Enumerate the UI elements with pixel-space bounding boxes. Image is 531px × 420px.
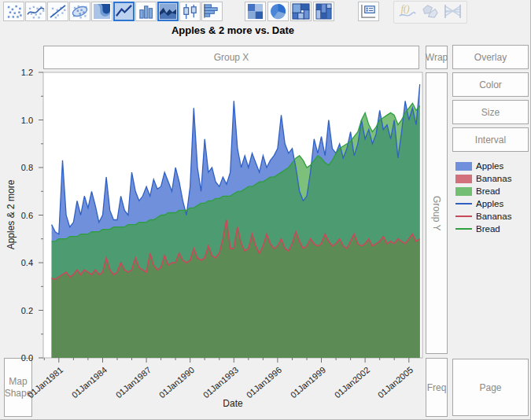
drop-zone-group-y[interactable]: Group Y bbox=[426, 72, 448, 354]
caption-box-icon bbox=[360, 3, 378, 20]
legend-line-swatch bbox=[455, 216, 472, 217]
smoother-icon bbox=[27, 3, 45, 20]
x-tick-label: 01Jan1999 bbox=[289, 365, 327, 400]
legend-label: Bananas bbox=[476, 212, 511, 221]
tool-caption-box-button[interactable] bbox=[358, 2, 379, 21]
area-chart-icon bbox=[159, 3, 177, 20]
parallel-plot-icon bbox=[444, 3, 462, 20]
x-tick-label: 01Jan2005 bbox=[376, 365, 415, 400]
line-chart-icon bbox=[115, 3, 133, 20]
drop-zone-color[interactable]: Color bbox=[452, 72, 529, 97]
tool-area-chart-button[interactable] bbox=[157, 2, 179, 21]
legend-item-bread-line[interactable]: Bread bbox=[455, 223, 511, 235]
element-type-toolbar: f() bbox=[0, 0, 531, 24]
drop-zone-group-x-label: Group X bbox=[214, 52, 249, 63]
drop-zone-overlay[interactable]: Overlay bbox=[452, 45, 529, 69]
x-tick-label: 01Jan1993 bbox=[201, 365, 240, 400]
line-of-fit-icon bbox=[49, 3, 67, 20]
tool-contour-button[interactable] bbox=[91, 2, 112, 21]
drop-zone-freq-label: Freq bbox=[427, 382, 447, 393]
graph-title: Apples & 2 more vs. Date bbox=[43, 24, 422, 36]
drop-zone-map-shape[interactable]: Map Shape bbox=[4, 358, 32, 417]
legend-label: Bananas bbox=[476, 174, 511, 183]
legend-fill-swatch bbox=[455, 175, 472, 183]
treemap-icon bbox=[292, 3, 310, 20]
x-tick-label: 01Jan1996 bbox=[245, 365, 283, 400]
y-tick-label: 0.2 bbox=[21, 306, 33, 315]
y-axis-title: Apples & 2 more bbox=[6, 180, 17, 250]
legend-item-apples-fill[interactable]: Apples bbox=[455, 160, 511, 172]
drop-zone-size-label: Size bbox=[481, 107, 500, 118]
drop-zone-color-label: Color bbox=[479, 79, 502, 90]
tool-treemap-button[interactable] bbox=[290, 2, 312, 21]
tool-line-of-fit-button[interactable] bbox=[47, 2, 68, 21]
x-tick-label: 01Jan1987 bbox=[113, 365, 152, 400]
legend-label: Apples bbox=[476, 161, 503, 171]
tool-pie-chart-button[interactable] bbox=[267, 2, 289, 21]
bar-chart-icon bbox=[137, 3, 155, 20]
tool-bar-chart-button[interactable] bbox=[135, 2, 157, 21]
x-tick-label: 01Jan2002 bbox=[332, 365, 371, 400]
tool-formula-button: f() bbox=[396, 2, 418, 21]
y-tick-label: 0.8 bbox=[21, 163, 33, 172]
tool-ellipse-button[interactable] bbox=[69, 2, 90, 21]
drop-zone-group-y-label: Group Y bbox=[431, 196, 442, 230]
plot-area[interactable] bbox=[35, 71, 426, 367]
heatmap-icon bbox=[246, 3, 264, 20]
tool-parallel-plot-button bbox=[442, 2, 463, 21]
legend-item-bananas-line[interactable]: Bananas bbox=[455, 210, 511, 223]
svg-text:f(): f() bbox=[401, 4, 410, 14]
mosaic-icon bbox=[315, 3, 333, 20]
y-tick-label: 0.4 bbox=[21, 258, 33, 267]
legend-line-swatch bbox=[455, 228, 472, 230]
contour-icon bbox=[93, 3, 111, 20]
legend-label: Apples bbox=[476, 199, 503, 208]
drop-zone-interval[interactable]: Interval bbox=[452, 127, 529, 152]
legend-label: Bread bbox=[476, 186, 500, 196]
legend-item-bread-fill[interactable]: Bread bbox=[455, 185, 511, 197]
tool-box-plot-button[interactable] bbox=[179, 2, 201, 21]
area-chart[interactable] bbox=[35, 71, 426, 367]
tool-line-chart-button[interactable] bbox=[113, 2, 135, 21]
pie-chart-icon bbox=[269, 3, 287, 20]
y-tick-label: 0.6 bbox=[21, 211, 33, 220]
formula-icon: f() bbox=[398, 3, 416, 20]
map-shapes-icon bbox=[421, 3, 439, 20]
drop-zone-wrap-label: Wrap bbox=[426, 52, 448, 63]
legend: ApplesBananasBreadApplesBananasBread bbox=[455, 160, 511, 235]
points-icon bbox=[5, 3, 23, 20]
legend-line-swatch bbox=[455, 203, 472, 204]
drop-zone-map-shape-label: Map Shape bbox=[5, 376, 32, 400]
legend-fill-swatch bbox=[455, 187, 472, 196]
tool-histogram-button[interactable] bbox=[201, 2, 223, 21]
tool-points-button[interactable] bbox=[3, 2, 24, 21]
drop-zone-overlay-label: Overlay bbox=[474, 52, 507, 63]
box-plot-icon bbox=[181, 3, 199, 20]
x-tick-label: 01Jan1984 bbox=[70, 365, 109, 400]
legend-label: Bread bbox=[476, 224, 500, 234]
tool-smoother-button[interactable] bbox=[25, 2, 46, 21]
tool-mosaic-button[interactable] bbox=[313, 2, 334, 21]
x-axis-title: Date bbox=[43, 398, 422, 409]
drop-zone-size[interactable]: Size bbox=[452, 100, 529, 124]
drop-zone-group-x[interactable]: Group X bbox=[43, 46, 419, 69]
drop-zone-interval-label: Interval bbox=[475, 134, 506, 146]
legend-item-bananas-fill[interactable]: Bananas bbox=[455, 172, 511, 185]
drop-zone-page-label: Page bbox=[479, 382, 501, 393]
drop-zone-page[interactable]: Page bbox=[452, 359, 529, 416]
drop-zone-wrap[interactable]: Wrap bbox=[426, 46, 448, 69]
legend-fill-swatch bbox=[455, 162, 472, 171]
x-tick-label: 01Jan1990 bbox=[157, 365, 196, 400]
legend-item-apples-line[interactable]: Apples bbox=[455, 197, 511, 210]
tool-map-shapes-button bbox=[419, 2, 441, 21]
ellipse-icon bbox=[71, 3, 89, 20]
histogram-icon bbox=[203, 3, 221, 20]
y-tick-label: 1.0 bbox=[21, 116, 33, 125]
y-tick-label: 1.2 bbox=[21, 68, 33, 77]
tool-heatmap-button[interactable] bbox=[245, 2, 266, 21]
drop-zone-freq[interactable]: Freq bbox=[426, 358, 448, 417]
